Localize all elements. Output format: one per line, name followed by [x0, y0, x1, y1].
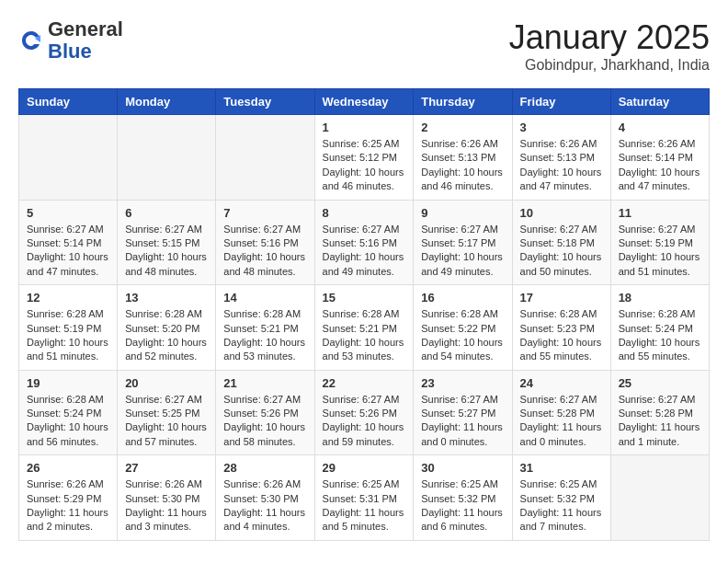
day-info: Sunrise: 6:28 AM Sunset: 5:21 PM Dayligh…	[323, 307, 406, 364]
day-info: Sunrise: 6:27 AM Sunset: 5:18 PM Dayligh…	[520, 223, 603, 280]
day-number: 5	[27, 206, 109, 220]
day-number: 14	[223, 291, 306, 304]
day-info: Sunrise: 6:28 AM Sunset: 5:24 PM Dayligh…	[619, 307, 701, 364]
calendar-cell: 20Sunrise: 6:27 AM Sunset: 5:25 PM Dayli…	[118, 370, 216, 455]
calendar-cell: 26Sunrise: 6:26 AM Sunset: 5:29 PM Dayli…	[19, 455, 118, 541]
calendar-cell: 8Sunrise: 6:27 AM Sunset: 5:16 PM Daylig…	[314, 200, 414, 285]
calendar-cell: 3Sunrise: 6:26 AM Sunset: 5:13 PM Daylig…	[512, 115, 610, 201]
day-number: 23	[421, 376, 504, 390]
calendar-cell: 4Sunrise: 6:26 AM Sunset: 5:14 PM Daylig…	[610, 115, 709, 201]
calendar-cell: 30Sunrise: 6:25 AM Sunset: 5:32 PM Dayli…	[414, 455, 512, 541]
calendar-week-2: 5Sunrise: 6:27 AM Sunset: 5:14 PM Daylig…	[19, 200, 710, 285]
day-info: Sunrise: 6:27 AM Sunset: 5:28 PM Dayligh…	[619, 393, 701, 450]
day-info: Sunrise: 6:28 AM Sunset: 5:21 PM Dayligh…	[223, 307, 306, 364]
day-number: 17	[520, 291, 603, 304]
day-info: Sunrise: 6:27 AM Sunset: 5:16 PM Dayligh…	[323, 223, 406, 280]
calendar-cell: 31Sunrise: 6:25 AM Sunset: 5:32 PM Dayli…	[512, 455, 610, 541]
day-number: 30	[421, 461, 504, 475]
day-info: Sunrise: 6:28 AM Sunset: 5:22 PM Dayligh…	[421, 307, 504, 364]
day-number: 2	[421, 121, 504, 134]
day-info: Sunrise: 6:26 AM Sunset: 5:13 PM Dayligh…	[520, 137, 603, 194]
calendar-cell: 2Sunrise: 6:26 AM Sunset: 5:13 PM Daylig…	[414, 115, 512, 201]
day-number: 9	[421, 206, 504, 220]
day-info: Sunrise: 6:27 AM Sunset: 5:27 PM Dayligh…	[421, 393, 504, 450]
day-number: 8	[323, 206, 406, 220]
day-number: 12	[27, 291, 109, 304]
logo-general-text: General	[48, 17, 123, 40]
calendar-cell: 21Sunrise: 6:27 AM Sunset: 5:26 PM Dayli…	[216, 370, 314, 455]
weekday-header-monday: Monday	[118, 89, 216, 115]
day-info: Sunrise: 6:28 AM Sunset: 5:23 PM Dayligh…	[520, 307, 603, 364]
day-number: 3	[520, 121, 603, 134]
day-info: Sunrise: 6:28 AM Sunset: 5:24 PM Dayligh…	[27, 393, 109, 450]
calendar-cell: 7Sunrise: 6:27 AM Sunset: 5:16 PM Daylig…	[216, 200, 314, 285]
day-number: 10	[520, 206, 603, 220]
day-info: Sunrise: 6:27 AM Sunset: 5:17 PM Dayligh…	[421, 223, 504, 280]
day-number: 6	[125, 206, 208, 220]
logo-icon	[18, 28, 44, 53]
calendar-cell: 13Sunrise: 6:28 AM Sunset: 5:20 PM Dayli…	[118, 285, 216, 371]
day-info: Sunrise: 6:28 AM Sunset: 5:19 PM Dayligh…	[27, 307, 109, 364]
weekday-header-sunday: Sunday	[19, 89, 118, 115]
day-number: 16	[421, 291, 504, 304]
page-header: General Blue January 2025 Gobindpur, Jha…	[18, 18, 710, 74]
day-number: 25	[619, 376, 701, 390]
calendar-week-4: 19Sunrise: 6:28 AM Sunset: 5:24 PM Dayli…	[19, 370, 710, 455]
day-number: 21	[223, 376, 306, 390]
weekday-header-saturday: Saturday	[610, 89, 709, 115]
day-number: 31	[520, 461, 603, 475]
day-info: Sunrise: 6:25 AM Sunset: 5:12 PM Dayligh…	[323, 137, 406, 194]
day-info: Sunrise: 6:26 AM Sunset: 5:30 PM Dayligh…	[223, 477, 306, 534]
calendar-cell: 11Sunrise: 6:27 AM Sunset: 5:19 PM Dayli…	[610, 200, 709, 285]
day-number: 7	[223, 206, 306, 220]
day-number: 15	[323, 291, 406, 304]
weekday-header-tuesday: Tuesday	[216, 89, 314, 115]
day-info: Sunrise: 6:26 AM Sunset: 5:30 PM Dayligh…	[125, 477, 208, 534]
calendar-cell: 24Sunrise: 6:27 AM Sunset: 5:28 PM Dayli…	[512, 370, 610, 455]
logo-blue-text: Blue	[48, 40, 92, 63]
calendar-cell: 9Sunrise: 6:27 AM Sunset: 5:17 PM Daylig…	[414, 200, 512, 285]
day-info: Sunrise: 6:25 AM Sunset: 5:32 PM Dayligh…	[421, 477, 504, 534]
day-info: Sunrise: 6:25 AM Sunset: 5:32 PM Dayligh…	[520, 477, 603, 534]
day-info: Sunrise: 6:25 AM Sunset: 5:31 PM Dayligh…	[323, 477, 406, 534]
calendar-cell: 27Sunrise: 6:26 AM Sunset: 5:30 PM Dayli…	[118, 455, 216, 541]
title-block: January 2025 Gobindpur, Jharkhand, India	[509, 18, 710, 74]
day-number: 28	[223, 461, 306, 475]
day-number: 19	[27, 376, 109, 390]
calendar-cell: 5Sunrise: 6:27 AM Sunset: 5:14 PM Daylig…	[19, 200, 118, 285]
day-info: Sunrise: 6:27 AM Sunset: 5:16 PM Dayligh…	[223, 223, 306, 280]
calendar-cell: 28Sunrise: 6:26 AM Sunset: 5:30 PM Dayli…	[216, 455, 314, 541]
day-number: 27	[125, 461, 208, 475]
day-number: 24	[520, 376, 603, 390]
weekday-header-wednesday: Wednesday	[314, 89, 414, 115]
day-info: Sunrise: 6:27 AM Sunset: 5:14 PM Dayligh…	[27, 223, 109, 280]
calendar-cell: 29Sunrise: 6:25 AM Sunset: 5:31 PM Dayli…	[314, 455, 414, 541]
logo: General Blue	[18, 18, 123, 63]
calendar-week-3: 12Sunrise: 6:28 AM Sunset: 5:19 PM Dayli…	[19, 285, 710, 371]
calendar-cell: 22Sunrise: 6:27 AM Sunset: 5:26 PM Dayli…	[314, 370, 414, 455]
day-info: Sunrise: 6:27 AM Sunset: 5:25 PM Dayligh…	[125, 393, 208, 450]
day-number: 13	[125, 291, 208, 304]
calendar-cell	[216, 115, 314, 201]
day-info: Sunrise: 6:27 AM Sunset: 5:19 PM Dayligh…	[619, 223, 701, 280]
calendar-cell: 16Sunrise: 6:28 AM Sunset: 5:22 PM Dayli…	[414, 285, 512, 371]
calendar-cell: 6Sunrise: 6:27 AM Sunset: 5:15 PM Daylig…	[118, 200, 216, 285]
location-text: Gobindpur, Jharkhand, India	[509, 57, 710, 74]
calendar-table: SundayMondayTuesdayWednesdayThursdayFrid…	[18, 88, 710, 541]
logo-text: General Blue	[48, 18, 123, 63]
calendar-cell: 25Sunrise: 6:27 AM Sunset: 5:28 PM Dayli…	[610, 370, 709, 455]
month-title: January 2025	[509, 18, 710, 57]
calendar-cell: 18Sunrise: 6:28 AM Sunset: 5:24 PM Dayli…	[610, 285, 709, 371]
day-info: Sunrise: 6:27 AM Sunset: 5:26 PM Dayligh…	[223, 393, 306, 450]
weekday-header-thursday: Thursday	[414, 89, 512, 115]
day-number: 22	[323, 376, 406, 390]
day-number: 11	[619, 206, 701, 220]
calendar-cell	[610, 455, 709, 541]
calendar-week-5: 26Sunrise: 6:26 AM Sunset: 5:29 PM Dayli…	[19, 455, 710, 541]
weekday-header-row: SundayMondayTuesdayWednesdayThursdayFrid…	[19, 89, 710, 115]
calendar-cell: 23Sunrise: 6:27 AM Sunset: 5:27 PM Dayli…	[414, 370, 512, 455]
day-number: 18	[619, 291, 701, 304]
day-info: Sunrise: 6:27 AM Sunset: 5:15 PM Dayligh…	[125, 223, 208, 280]
calendar-cell: 15Sunrise: 6:28 AM Sunset: 5:21 PM Dayli…	[314, 285, 414, 371]
calendar-cell	[19, 115, 118, 201]
